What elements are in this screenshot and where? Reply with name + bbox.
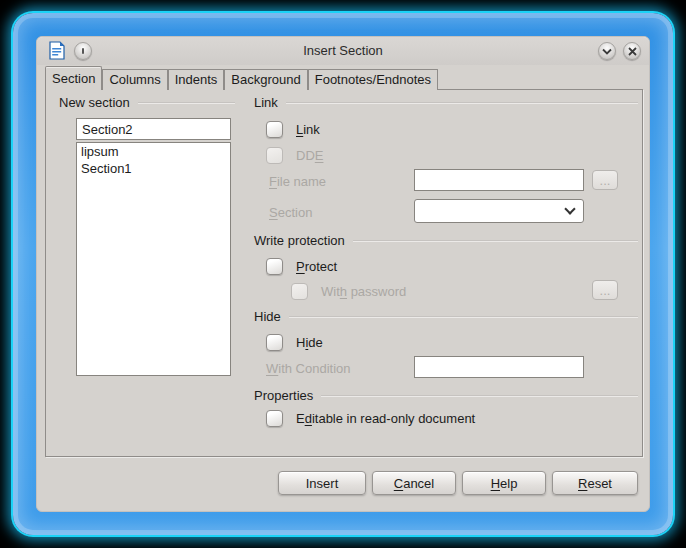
close-button[interactable]: [623, 42, 641, 60]
shade-button[interactable]: [598, 42, 616, 60]
tab-bar: Section Columns Indents Background Footn…: [45, 67, 438, 90]
new-section-group-header: New section: [59, 95, 235, 110]
with-condition-label: With Condition: [266, 361, 351, 376]
editable-readonly-checkbox-label[interactable]: Editable in read-only document: [296, 411, 475, 426]
tab-section[interactable]: Section: [45, 66, 102, 90]
window-title: Insert Section: [37, 37, 649, 65]
group-divider: [286, 102, 638, 104]
tab-footnotes-endnotes[interactable]: Footnotes/Endnotes: [308, 69, 438, 90]
properties-group-header: Properties: [254, 388, 638, 403]
link-checkbox-label[interactable]: Link: [296, 122, 320, 137]
write-protection-group-label: Write protection: [254, 233, 345, 248]
dde-checkbox: [266, 147, 283, 164]
write-protection-group-header: Write protection: [254, 233, 638, 248]
link-group-label: Link: [254, 95, 278, 110]
list-item[interactable]: lipsum: [77, 143, 230, 160]
cancel-button[interactable]: Cancel: [372, 471, 456, 495]
close-icon: [628, 47, 637, 56]
group-divider: [289, 316, 638, 318]
with-password-checkbox-label: With password: [321, 284, 406, 299]
list-item[interactable]: Section1: [77, 160, 230, 177]
new-section-name-input[interactable]: [76, 118, 231, 140]
protect-checkbox-label[interactable]: Protect: [296, 259, 337, 274]
with-condition-input: [414, 356, 584, 378]
link-checkbox[interactable]: [266, 121, 283, 138]
hide-checkbox[interactable]: [266, 334, 283, 351]
tab-indents[interactable]: Indents: [168, 69, 225, 90]
hide-group-header: Hide: [254, 309, 638, 324]
chevron-down-icon: [564, 203, 575, 214]
link-group-header: Link: [254, 95, 638, 110]
hide-checkbox-label[interactable]: Hide: [296, 335, 323, 350]
group-divider: [321, 395, 638, 397]
properties-group-label: Properties: [254, 388, 313, 403]
help-button[interactable]: Help: [462, 471, 546, 495]
group-divider: [353, 240, 638, 242]
editable-readonly-checkbox[interactable]: [266, 410, 283, 427]
browse-file-button: ...: [592, 170, 618, 190]
dde-checkbox-label: DDE: [296, 148, 323, 163]
titlebar[interactable]: Insert Section: [37, 37, 649, 65]
tab-columns[interactable]: Columns: [102, 69, 167, 90]
tab-background[interactable]: Background: [224, 69, 307, 90]
insert-button[interactable]: Insert: [278, 471, 366, 495]
with-password-checkbox: [291, 283, 308, 300]
browse-password-button: ...: [592, 280, 618, 300]
chevron-down-icon: [602, 48, 612, 55]
section-combo-label: Section: [269, 205, 312, 220]
file-name-label: File name: [269, 174, 326, 189]
section-listbox[interactable]: lipsum Section1: [76, 142, 231, 376]
group-divider: [138, 102, 235, 104]
new-section-group-label: New section: [59, 95, 130, 110]
hide-group-label: Hide: [254, 309, 281, 324]
protect-checkbox[interactable]: [266, 258, 283, 275]
reset-button[interactable]: Reset: [552, 471, 638, 495]
insert-section-dialog: Insert Section Section Columns Indents B…: [36, 36, 650, 512]
section-combobox[interactable]: [414, 199, 584, 223]
file-name-input: [414, 169, 584, 191]
